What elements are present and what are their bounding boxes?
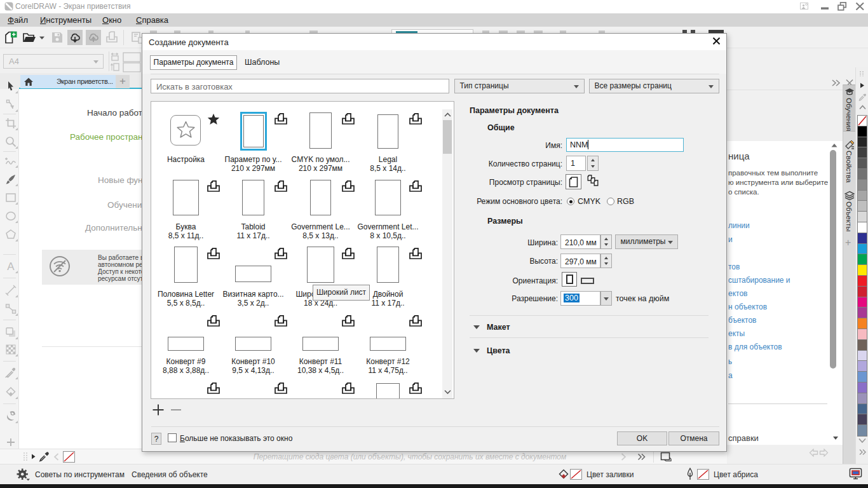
- docker-link[interactable]: линии: [728, 221, 750, 230]
- palette-swatch-10[interactable]: [858, 222, 867, 233]
- preset-item-envelope-12[interactable]: Конверт #1211 x 4,75д..: [355, 315, 422, 382]
- docker-link[interactable]: в для объектов: [728, 342, 782, 351]
- palette-swatch-8[interactable]: [858, 201, 867, 212]
- palette-swatch-5[interactable]: [858, 169, 867, 180]
- name-input[interactable]: NNM: [566, 138, 684, 152]
- favorite-star-icon[interactable]: [207, 113, 220, 125]
- palette-swatch-12[interactable]: [858, 244, 867, 255]
- preset-item-partial[interactable]: [287, 382, 355, 399]
- palette-swatch-3[interactable]: [858, 147, 867, 158]
- rectangle-tool[interactable]: [5, 192, 17, 203]
- docker-link[interactable]: а: [728, 371, 733, 380]
- ok-button[interactable]: OK: [617, 431, 667, 445]
- cancel-button[interactable]: Отмена: [668, 431, 719, 445]
- zoom-tool[interactable]: [5, 136, 17, 147]
- palette-swatch-27[interactable]: [858, 404, 867, 415]
- preset-item-partial[interactable]: [220, 382, 287, 399]
- docker-link[interactable]: бъектов: [728, 316, 756, 325]
- palette-swatch-2[interactable]: [858, 137, 867, 148]
- docker-link[interactable]: ектов: [728, 289, 747, 298]
- palette-swatch-9[interactable]: [858, 212, 867, 222]
- palette-swatch-28[interactable]: [858, 414, 867, 425]
- crop-tool[interactable]: [5, 118, 17, 129]
- settings-gear-icon[interactable]: [17, 468, 31, 481]
- docker-help-section-fragment[interactable]: справки: [728, 433, 759, 443]
- pick-tool[interactable]: [5, 81, 17, 92]
- minimize-button[interactable]: [820, 2, 829, 10]
- close-button[interactable]: [855, 2, 865, 11]
- interactive-fill-tool[interactable]: [5, 410, 17, 422]
- palette-swatch-4[interactable]: [858, 158, 867, 169]
- menu-file[interactable]: Файл: [8, 15, 28, 25]
- add-preset-button[interactable]: [152, 403, 165, 416]
- colors-section-heading[interactable]: Цвета: [487, 346, 510, 355]
- palette-swatch-23[interactable]: [858, 361, 867, 372]
- palette-swatch-11[interactable]: [858, 233, 867, 244]
- single-page-view-button[interactable]: [566, 174, 581, 189]
- palette-swatch-14[interactable]: [858, 265, 867, 276]
- search-input[interactable]: Искать в заготовках: [151, 79, 449, 93]
- cloud-download-icon[interactable]: [69, 31, 81, 44]
- spin-down-icon[interactable]: [604, 262, 608, 265]
- palette-flyout-arrow[interactable]: [860, 83, 865, 88]
- grid-scrollbar-thumb[interactable]: [443, 120, 452, 154]
- docker-scrollbar-thumb[interactable]: [830, 150, 836, 369]
- pages-input[interactable]: 1: [566, 156, 586, 171]
- docpalette-swatch-none[interactable]: [63, 451, 75, 463]
- fill-color-swatch[interactable]: [570, 469, 582, 480]
- palette-swatch-20[interactable]: [858, 329, 867, 340]
- docpalette-options-icon[interactable]: [660, 452, 672, 462]
- palette-swatch-21[interactable]: [858, 340, 867, 351]
- welcome-tab[interactable]: Экран приветств...: [20, 75, 116, 88]
- rgb-radio-label[interactable]: RGB: [617, 197, 634, 206]
- docker-link[interactable]: тов: [728, 262, 740, 271]
- text-tool[interactable]: A: [5, 261, 17, 272]
- display-settings-icon[interactable]: [849, 468, 862, 480]
- palette-swatch-1[interactable]: [858, 126, 867, 137]
- parallel-dimension-tool[interactable]: [5, 285, 17, 296]
- grid-scroll-up-icon[interactable]: [444, 112, 451, 118]
- docker-link[interactable]: и: [728, 235, 733, 244]
- page-sizes-dropdown[interactable]: Все размеры страниц: [589, 79, 720, 93]
- rgb-radio[interactable]: [607, 198, 614, 205]
- dialog-tab-templates[interactable]: Шаблоны: [245, 58, 280, 67]
- preset-item-partial[interactable]: [355, 382, 422, 399]
- palette-swatch-17[interactable]: [858, 297, 867, 308]
- resolution-dropdown-button[interactable]: [600, 291, 612, 306]
- grid-scrollbar[interactable]: [442, 109, 452, 398]
- palette-swatch-19[interactable]: [858, 318, 867, 329]
- dialog-tab-document-settings[interactable]: Параметры документа: [150, 55, 237, 70]
- restore-button[interactable]: [837, 2, 848, 11]
- height-input[interactable]: 297,0 мм: [560, 254, 600, 268]
- palette-swatch-25[interactable]: [858, 383, 867, 393]
- docker-add-tab-button[interactable]: +: [845, 237, 851, 248]
- fill-tool[interactable]: [5, 386, 17, 398]
- palette-eyedropper-icon[interactable]: [858, 93, 866, 101]
- palette-swatch-0[interactable]: [858, 116, 867, 126]
- colors-section-toggle[interactable]: [473, 349, 480, 353]
- eyedropper-tool[interactable]: [5, 367, 17, 378]
- drop-shadow-tool[interactable]: [5, 327, 17, 338]
- spin-up-icon[interactable]: [604, 238, 608, 240]
- cmyk-radio[interactable]: [567, 198, 574, 205]
- freehand-tool[interactable]: [5, 155, 17, 166]
- preset-item-double[interactable]: Двойной11 x 17д..: [355, 247, 422, 315]
- welcome-link-learn[interactable]: Обучение: [107, 200, 147, 210]
- portrait-button[interactable]: [562, 272, 577, 287]
- palette-swatch-24[interactable]: [858, 372, 867, 383]
- width-input[interactable]: 210,0 мм: [560, 234, 600, 249]
- dont-show-checkbox[interactable]: [168, 433, 177, 442]
- palette-swatch-26[interactable]: [858, 393, 867, 404]
- pages-spinner[interactable]: [587, 156, 599, 171]
- landscape-button[interactable]: [581, 278, 594, 284]
- ellipse-tool[interactable]: [5, 210, 17, 222]
- status-object-info[interactable]: Сведения об объекте: [132, 470, 208, 479]
- docker-tab-learn-label[interactable]: Обучения: [845, 98, 853, 131]
- preset-item-partial[interactable]: [153, 382, 220, 399]
- docker-collapse-icon[interactable]: [831, 79, 841, 87]
- preset-item-government-letter[interactable]: Government Let...8 x 10,5д..: [355, 180, 422, 247]
- docker-scroll-up[interactable]: [831, 142, 838, 148]
- height-spinner[interactable]: [600, 254, 612, 268]
- palette-scroll-up[interactable]: [859, 105, 866, 110]
- spin-down-icon[interactable]: [591, 165, 595, 168]
